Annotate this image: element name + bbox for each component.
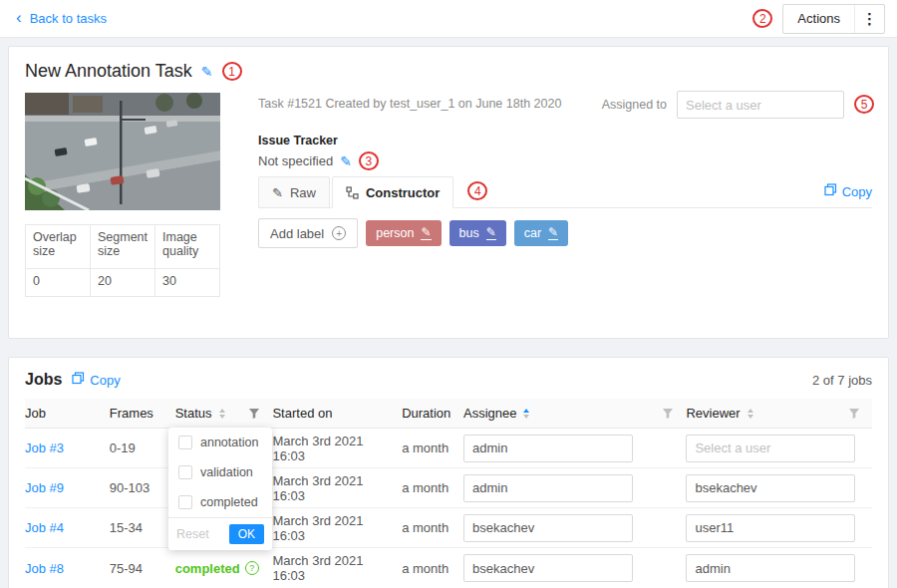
job-link[interactable]: Job #3 [25, 441, 64, 455]
filter-reset-button[interactable]: Reset [176, 527, 209, 541]
reviewer-sort-control[interactable] [748, 409, 753, 419]
job-link[interactable]: Job #9 [25, 480, 64, 495]
started-on-value: March 3rd 2021 16:03 [272, 553, 394, 583]
job-link[interactable]: Job #8 [25, 561, 64, 576]
label-name: bus [459, 226, 479, 240]
job-link[interactable]: Job #4 [25, 520, 64, 535]
tab-raw[interactable]: ✎ Raw [258, 176, 330, 208]
assignee-sort-control[interactable] [523, 409, 529, 419]
annotation-4: 4 [467, 181, 487, 200]
assigned-to-block: Assigned to [602, 91, 844, 119]
plus-circle-icon: + [332, 226, 346, 240]
column-frames: Frames [110, 406, 175, 421]
jobs-table: Job Frames Status Started on Duration As… [25, 399, 872, 588]
copy-label: Copy [90, 373, 120, 388]
param-value-overlap: 0 [26, 269, 91, 297]
filter-option-validation[interactable]: validation [168, 457, 272, 487]
task-assignee-select[interactable] [677, 91, 844, 119]
param-header-overlap: Overlap size [26, 225, 91, 269]
add-label-button[interactable]: Add label + [258, 218, 358, 248]
annotation-1: 1 [222, 62, 242, 81]
reviewer-filter-icon[interactable] [848, 408, 860, 420]
param-header-segment: Segment size [91, 225, 155, 269]
jobs-header: Jobs Copy 2 of 7 jobs [9, 358, 888, 399]
reviewer-select[interactable] [686, 435, 855, 462]
block-build-icon [346, 186, 359, 199]
actions-label: Actions [783, 11, 854, 26]
frames-value: 15-34 [110, 520, 143, 535]
assignee-filter-icon[interactable] [662, 408, 674, 420]
checkbox-icon[interactable] [178, 465, 192, 479]
job-row: Job #4 15-34 March 3rd 2021 16:03 a mont… [25, 508, 872, 548]
column-status: Status [175, 406, 273, 421]
assignee-select[interactable] [463, 435, 633, 462]
column-job-label: Job [25, 406, 46, 421]
task-params-table: Overlap size Segment size Image quality … [25, 224, 220, 297]
jobs-title: Jobs [25, 371, 62, 389]
assignee-select[interactable] [463, 474, 633, 502]
assigned-to-label: Assigned to [602, 98, 667, 112]
jobs-table-header: Job Frames Status Started on Duration As… [25, 399, 872, 429]
more-vertical-icon[interactable]: ⋮ [854, 5, 884, 33]
annotation-3: 3 [359, 151, 379, 170]
edit-label-icon[interactable]: ✎ [421, 226, 431, 240]
back-to-tasks-link[interactable]: ‹ Back to tasks [16, 11, 107, 26]
task-meta: Task #1521 Created by test_user_1 on Jun… [258, 97, 561, 111]
annotation-2: 2 [752, 9, 772, 28]
label-name: person [376, 226, 414, 240]
filter-option-label: validation [200, 465, 253, 479]
copy-label: Copy [842, 184, 872, 199]
actions-button[interactable]: Actions ⋮ [782, 4, 885, 34]
jobs-copy-button[interactable]: Copy [72, 372, 120, 388]
task-preview-image [25, 93, 220, 210]
duration-value: a month [402, 441, 448, 455]
assignee-select[interactable] [463, 554, 633, 582]
labels-copy-button[interactable]: Copy [824, 183, 872, 199]
column-frames-label: Frames [110, 406, 153, 421]
top-bar: ‹ Back to tasks 2 Actions ⋮ [0, 0, 897, 38]
status-value: completed [175, 561, 240, 576]
column-reviewer: Reviewer [686, 406, 872, 421]
tab-constructor[interactable]: Constructor [332, 176, 453, 208]
topbar-right: 2 Actions ⋮ [752, 4, 885, 34]
edit-title-icon[interactable]: ✎ [201, 64, 213, 80]
column-started-on-label: Started on [272, 406, 332, 421]
edit-label-icon[interactable]: ✎ [486, 226, 496, 240]
reviewer-select[interactable] [686, 554, 855, 582]
status-filter-icon[interactable] [248, 408, 260, 420]
started-on-value: March 3rd 2021 16:03 [272, 434, 394, 463]
status-sort-control[interactable] [219, 409, 225, 419]
column-assignee-label: Assignee [463, 406, 516, 421]
edit-issue-tracker-icon[interactable]: ✎ [340, 153, 352, 169]
filter-option-label: completed [200, 495, 258, 509]
filter-option-annotation[interactable]: annotation [168, 428, 272, 457]
started-on-value: March 3rd 2021 16:03 [272, 473, 394, 503]
filter-ok-button[interactable]: OK [229, 524, 264, 544]
reviewer-select[interactable] [686, 514, 855, 542]
jobs-card: Jobs Copy 2 of 7 jobs Job Frames Status [8, 357, 889, 588]
question-circle-icon[interactable]: ? [245, 561, 259, 575]
job-row: Job #9 90-103 March 3rd 2021 16:03 a mon… [25, 468, 872, 508]
back-to-tasks-label: Back to tasks [30, 11, 107, 26]
started-on-value: March 3rd 2021 16:03 [272, 513, 394, 543]
label-badge-car[interactable]: car ✎ [514, 220, 568, 246]
filter-footer: Reset OK [168, 517, 272, 550]
issue-tracker-label: Issue Tracker [258, 134, 338, 147]
status-filter-dropdown: annotation validation completed Reset OK [168, 428, 272, 550]
label-badge-bus[interactable]: bus ✎ [449, 220, 506, 246]
frames-value: 0-19 [110, 441, 136, 455]
label-name: car [524, 226, 541, 240]
filter-option-completed[interactable]: completed [168, 487, 272, 517]
back-chevron-icon: ‹ [16, 9, 22, 26]
param-value-quality: 30 [155, 269, 220, 297]
reviewer-select[interactable] [686, 474, 855, 502]
label-badge-person[interactable]: person ✎ [366, 220, 441, 246]
param-value-segment: 20 [91, 269, 155, 297]
column-assignee: Assignee [463, 406, 686, 421]
column-status-label: Status [175, 406, 212, 421]
assignee-select[interactable] [463, 514, 633, 542]
checkbox-icon[interactable] [178, 436, 192, 449]
edit-label-icon[interactable]: ✎ [548, 226, 558, 240]
duration-value: a month [402, 480, 448, 495]
checkbox-icon[interactable] [178, 495, 192, 509]
